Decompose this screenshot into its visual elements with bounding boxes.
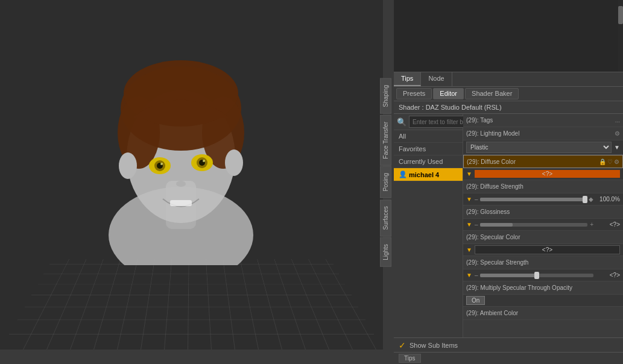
- prop-specular-color-row: (29): Specular Color: [463, 231, 623, 244]
- glossiness-track[interactable]: [480, 223, 587, 227]
- show-sub-items-label: Show Sub Items: [410, 342, 458, 349]
- diffuse-arrow-icon[interactable]: ▼: [466, 171, 472, 177]
- diffuse-color-label: (29): Diffuse Color: [467, 158, 599, 165]
- specular-strength-label: (29): Specular Strength: [466, 259, 620, 266]
- prop-specular-strength-row: (29): Specular Strength: [463, 256, 623, 269]
- list-item-currently-used[interactable]: Currently Used: [394, 155, 463, 168]
- svg-point-10: [160, 163, 163, 165]
- more-icon[interactable]: ...: [615, 117, 620, 124]
- slider-handle-icon: ◆: [589, 196, 593, 202]
- presets-tab[interactable]: Presets: [396, 88, 432, 99]
- prop-ambient-color-row: (29): Ambient Color: [463, 307, 623, 320]
- props-panel: (29): Tags ... (29): Lighting Model ⚙ Pl…: [463, 114, 623, 337]
- checkbox-icon[interactable]: ✓: [399, 340, 406, 350]
- specular-strength-value: <?>: [596, 272, 620, 278]
- ambient-color-label: (29): Ambient Color: [466, 310, 620, 316]
- specular-color-arrow[interactable]: ▼: [466, 246, 472, 253]
- multiply-specular-on-button[interactable]: On: [466, 296, 485, 305]
- lighting-value-row: Plastic ▼: [463, 140, 623, 155]
- specular-color-value[interactable]: <?>: [475, 245, 620, 254]
- prop-glossiness-row: (29): Glossiness: [463, 206, 623, 219]
- svg-point-15: [176, 181, 186, 187]
- svg-point-18: [225, 149, 243, 176]
- prop-diffuse-color-value-row: ▼ <?>: [463, 168, 623, 180]
- shader-baker-tab[interactable]: Shader Baker: [465, 88, 519, 99]
- face-transfer-tab[interactable]: Face Transfer: [380, 115, 391, 166]
- diffuse-strength-value: 100.0%: [596, 196, 620, 202]
- glossiness-arrow[interactable]: ▼: [466, 221, 472, 228]
- specular-strength-arrow[interactable]: ▼: [466, 272, 472, 278]
- diffuse-strength-arrow[interactable]: ▼: [466, 196, 472, 202]
- glossiness-plus-icon: +: [590, 221, 593, 228]
- prop-lighting-label-row: (29): Lighting Model ⚙: [463, 127, 623, 140]
- dropdown-arrow-icon: ▼: [614, 144, 620, 151]
- viewport-3d: [0, 0, 383, 350]
- right-panel: Tips Node Presets Editor Shader Baker Sh…: [394, 0, 623, 364]
- prop-diffuse-strength-row: (29): Diffuse Strength: [463, 180, 623, 193]
- diffuse-strength-label: (29): Diffuse Strength: [466, 183, 620, 190]
- list-item-michael4[interactable]: 👤 michael 4: [394, 168, 463, 181]
- tips-bottom-bar: Tips: [394, 352, 623, 364]
- filter-row: 🔍: [394, 114, 463, 130]
- prop-diffuse-color-row: (29): Diffuse Color 🔒 ♡ ⚙: [463, 155, 623, 168]
- list-panel: 🔍 All Favorites Currently Used 👤 michael…: [394, 114, 463, 337]
- tags-actions: ...: [615, 117, 620, 124]
- specular-strength-slider-row: ▼ – <?>: [463, 269, 623, 281]
- glossiness-value: <?>: [596, 221, 620, 228]
- specular-strength-dash: –: [475, 272, 478, 278]
- tips-tab[interactable]: Tips: [394, 72, 421, 86]
- multiply-specular-value-row: On: [463, 295, 623, 307]
- specular-color-label: (29): Specular Color: [466, 234, 620, 240]
- prop-tags-row: (29): Tags ...: [463, 114, 623, 127]
- bottom-bar: ✓ Show Sub Items: [394, 337, 623, 352]
- lock-icon: 🔒: [599, 158, 606, 165]
- node-tab[interactable]: Node: [421, 72, 452, 86]
- multiply-specular-label: (29): Multiply Specular Through Opacity: [466, 284, 620, 291]
- diffuse-strength-dash: –: [475, 196, 478, 202]
- list-item-all[interactable]: All: [394, 130, 463, 143]
- glossiness-label: (29): Glossiness: [466, 209, 620, 215]
- specular-strength-track[interactable]: [480, 274, 593, 277]
- heart-icon: ♡: [607, 158, 613, 165]
- lighting-more-icon[interactable]: ⚙: [615, 130, 620, 137]
- posing-tab[interactable]: Posing: [380, 166, 391, 198]
- glossiness-dash: –: [475, 221, 478, 228]
- lights-tab[interactable]: Lights: [380, 237, 391, 267]
- svg-point-14: [203, 160, 205, 162]
- list-item-favorites[interactable]: Favorites: [394, 143, 463, 155]
- panel-preview: [394, 0, 623, 72]
- content-area: 🔍 All Favorites Currently Used 👤 michael…: [394, 114, 623, 337]
- vertical-tabs: Shaping Face Transfer Posing Surfaces Li…: [380, 78, 391, 268]
- editor-tabbar: Presets Editor Shader Baker: [394, 87, 623, 101]
- surfaces-tab[interactable]: Surfaces: [380, 199, 391, 236]
- shader-label: Shader : DAZ Studio Default (RSL): [394, 101, 623, 114]
- prop-specular-color-value-row: ▼ <?>: [463, 244, 623, 256]
- svg-rect-16: [170, 200, 192, 206]
- tags-label: (29): Tags: [466, 117, 615, 124]
- diffuse-color-actions[interactable]: 🔒 ♡ ⚙: [599, 158, 619, 165]
- glossiness-slider-row: ▼ – + <?>: [463, 219, 623, 231]
- diffuse-strength-slider-row: ▼ – ◆ 100.0%: [463, 193, 623, 206]
- editor-tab[interactable]: Editor: [433, 88, 464, 99]
- lighting-select[interactable]: Plastic: [466, 142, 612, 153]
- person-icon: 👤: [399, 171, 407, 178]
- search-icon: 🔍: [397, 118, 406, 127]
- svg-point-17: [119, 152, 137, 179]
- prop-multiply-specular-row: (29): Multiply Specular Through Opacity: [463, 281, 623, 295]
- shaping-tab[interactable]: Shaping: [380, 78, 391, 114]
- diffuse-color-value[interactable]: <?>: [475, 170, 620, 178]
- gear-icon: ⚙: [614, 158, 619, 165]
- tips-node-tabbar: Tips Node: [394, 72, 623, 87]
- lighting-model-label: (29): Lighting Model: [466, 130, 615, 137]
- diffuse-strength-track[interactable]: [480, 198, 586, 201]
- tips-bottom-tab[interactable]: Tips: [399, 354, 421, 363]
